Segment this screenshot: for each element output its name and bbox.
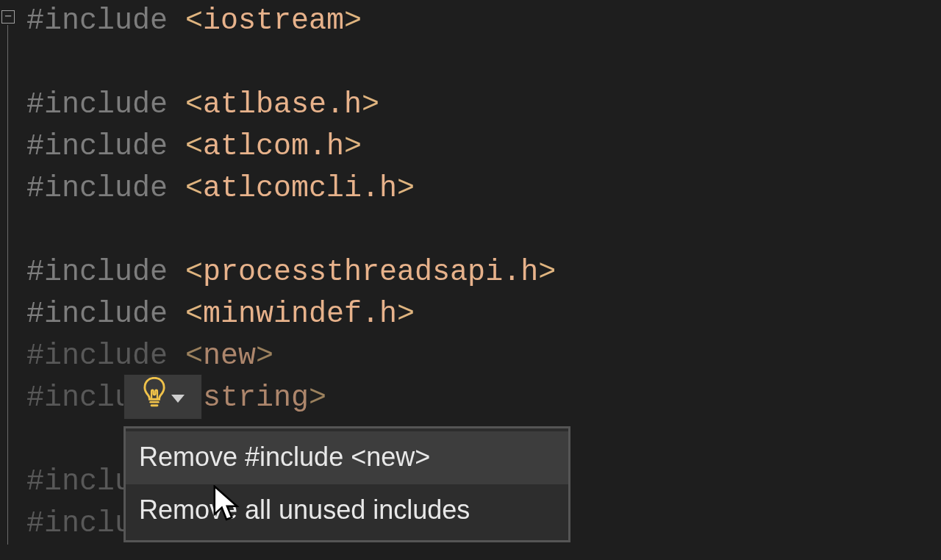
code-line-blank[interactable] xyxy=(26,209,941,251)
quickfix-remove-all-unused[interactable]: Remove all unused includes xyxy=(126,484,568,537)
quick-actions-button[interactable] xyxy=(124,374,202,420)
fold-gutter: − xyxy=(0,0,24,545)
code-line[interactable]: #include <iostream> xyxy=(26,0,941,42)
code-line-unused[interactable]: #include <new> xyxy=(26,335,941,377)
quickfix-remove-include[interactable]: Remove #include <new> xyxy=(126,431,568,484)
chevron-down-icon xyxy=(171,395,185,403)
code-line[interactable]: #include <atlcom.h> xyxy=(26,126,941,168)
code-line[interactable]: #include <processthreadsapi.h> xyxy=(26,251,941,293)
fold-guide-line xyxy=(7,25,8,545)
code-line[interactable]: #include <minwindef.h> xyxy=(26,293,941,335)
code-line-blank[interactable] xyxy=(26,42,941,84)
quick-actions-menu: Remove #include <new> Remove all unused … xyxy=(124,426,570,542)
code-line[interactable]: #include <atlcomcli.h> xyxy=(26,168,941,209)
fold-collapse-icon[interactable]: − xyxy=(1,10,15,24)
lightbulb-icon xyxy=(142,377,167,417)
code-line[interactable]: #include <atlbase.h> xyxy=(26,84,941,126)
